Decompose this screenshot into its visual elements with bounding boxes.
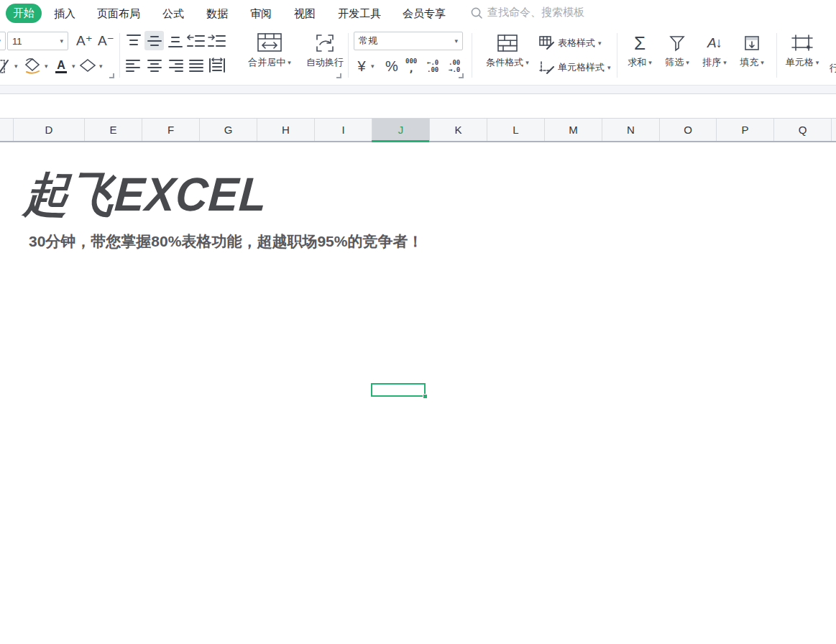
sort-icon: A↓ [707,30,722,56]
command-search-input[interactable]: 查找命令、搜索模板 [470,6,584,19]
fill-handle[interactable] [423,394,428,399]
fill-button[interactable]: 填充 ▾ [734,30,770,69]
tab-data[interactable]: 数据 [206,7,228,21]
column-header-G[interactable]: G [199,119,257,141]
increase-indent-button[interactable] [207,31,226,50]
cell-style-button[interactable]: 单元格样式 ▾ [539,60,611,75]
justify-icon [187,56,206,75]
column-header-Q[interactable]: Q [773,119,831,141]
fill-color-button[interactable] [23,56,43,76]
dialog-launcher-icon[interactable] [459,73,464,78]
decrease-decimal-button[interactable]: .00 →.0 [449,59,460,73]
tab-review[interactable]: 审阅 [250,7,272,21]
align-left-icon [124,56,143,75]
column-header-partial-left[interactable] [0,119,13,141]
chevron-down-icon[interactable]: ▾ [45,63,48,70]
dialog-launcher-icon[interactable] [336,73,341,78]
chevron-down-icon[interactable]: ▾ [72,63,75,70]
valign-top-button[interactable] [124,31,143,50]
filter-label: 筛选 [665,56,684,69]
chevron-down-icon[interactable]: ▾ [288,60,291,66]
sum-button[interactable]: Σ 求和 ▾ [622,30,658,69]
format-painter-button[interactable] [0,56,13,76]
cells-button[interactable]: 单元格 ▾ [779,30,825,69]
column-header-O[interactable]: O [659,119,716,141]
increase-decimal-button[interactable]: ←.0 .00 [427,59,438,73]
font-color-button[interactable]: A [52,56,70,76]
currency-icon: ¥ [357,58,365,75]
chevron-down-icon[interactable]: ▾ [525,60,529,66]
chevron-down-icon[interactable]: ▾ [14,63,18,70]
cells-icon [791,30,813,56]
filter-button[interactable]: 筛选 ▾ [659,30,695,69]
valign-top-icon [124,32,143,50]
chevron-down-icon[interactable]: ▾ [816,60,819,66]
column-header-K[interactable]: K [429,119,487,141]
valign-middle-button[interactable] [144,31,164,50]
distributed-align-icon [208,56,226,75]
sort-button[interactable]: A↓ 排序 ▾ [697,30,732,69]
column-header-L[interactable]: L [487,119,544,141]
tab-membership[interactable]: 会员专享 [403,7,446,21]
justify-button[interactable] [186,55,206,75]
chevron-down-icon[interactable]: ▾ [454,38,458,45]
column-header-P[interactable]: P [716,119,773,141]
column-header-E[interactable]: E [84,119,142,141]
column-header-N[interactable]: N [602,119,659,141]
font-name-combo[interactable]: ▾ [0,32,6,50]
column-header-M[interactable]: M [544,119,602,141]
decrease-indent-button[interactable] [186,31,206,50]
tab-view[interactable]: 视图 [294,7,316,21]
chevron-down-icon[interactable]: ▾ [0,38,1,45]
comma-icon: , [408,65,414,72]
column-header-partial-right[interactable] [831,119,836,141]
conditional-format-button[interactable]: 条件格式 ▾ [477,30,538,69]
decrease-decimal-top: .00 [449,59,460,66]
chevron-down-icon[interactable]: ▾ [598,40,602,47]
sheet-subtitle-text: 30分钟，带您掌握80%表格功能，超越职场95%的竞争者！ [29,231,423,252]
conditional-format-icon [497,30,518,56]
valign-bottom-button[interactable] [165,31,185,50]
tab-page-layout[interactable]: 页面布局 [97,7,140,21]
increase-font-button[interactable]: A⁺ [76,32,93,49]
tab-developer[interactable]: 开发工具 [338,7,381,21]
merge-center-button[interactable]: 合并居中 ▾ [237,30,302,69]
number-format-combo[interactable]: 常规 ▾ [354,32,463,50]
chevron-down-icon[interactable]: ▾ [371,63,375,70]
percent-format-button[interactable]: % [382,56,401,76]
tab-insert[interactable]: 插入 [54,7,75,21]
currency-format-button[interactable]: ¥ [354,56,369,76]
decrease-font-button[interactable]: A⁻ [98,32,114,49]
chevron-down-icon[interactable]: ▾ [99,63,103,70]
chevron-down-icon[interactable]: ▾ [761,60,764,66]
tab-formulas[interactable]: 公式 [162,7,184,21]
row-button-partial[interactable]: 行 [830,62,836,75]
align-left-button[interactable] [124,55,143,75]
align-right-button[interactable] [165,55,185,75]
chevron-down-icon[interactable]: ▾ [723,60,727,66]
sort-label: 排序 [702,56,721,69]
merge-center-label: 合并居中 [248,56,285,69]
font-size-value: 11 [12,36,22,47]
chevron-down-icon[interactable]: ▾ [686,60,689,66]
dialog-launcher-icon[interactable] [109,73,114,78]
sheet-canvas[interactable]: 起飞EXCEL 30分钟，带您掌握80%表格功能，超越职场95%的竞争者！ [0,142,836,644]
column-header-D[interactable]: D [13,119,84,141]
sum-icon: Σ [634,30,646,56]
column-header-J-selected[interactable]: J [372,119,429,141]
eraser-button[interactable] [78,56,98,76]
distributed-align-button[interactable] [207,55,226,75]
chevron-down-icon[interactable]: ▾ [607,65,611,71]
wrap-text-button[interactable]: 自动换行 [303,30,346,69]
tab-home[interactable]: 开始 [6,4,42,23]
table-style-button[interactable]: 表格样式 ▾ [539,36,602,50]
align-center-button[interactable] [144,55,164,75]
font-size-combo[interactable]: 11 ▾ [7,32,68,50]
column-header-I[interactable]: I [314,119,372,141]
column-header-F[interactable]: F [142,119,199,141]
chevron-down-icon[interactable]: ▾ [648,60,652,66]
column-header-H[interactable]: H [257,119,314,141]
thousands-separator-button[interactable]: 000 , [405,58,417,72]
selected-cell[interactable] [371,383,426,397]
chevron-down-icon[interactable]: ▾ [60,38,63,45]
